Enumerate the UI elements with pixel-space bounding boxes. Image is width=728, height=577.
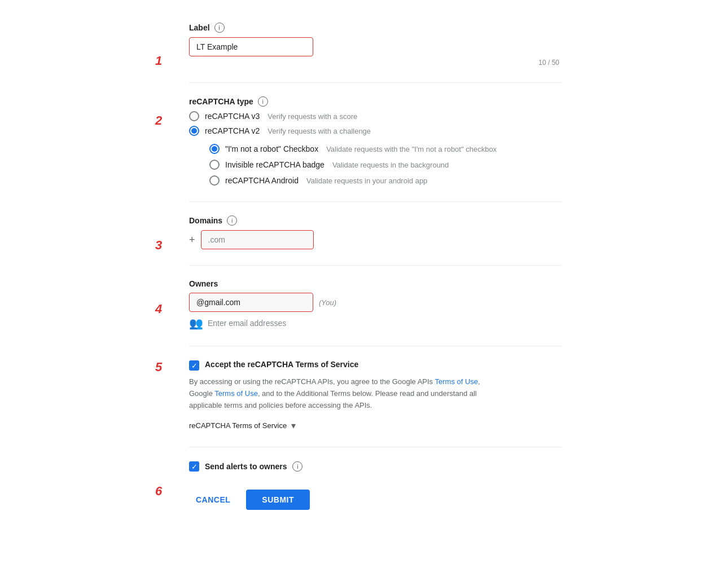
send-alerts-label: Send alerts to owners — [205, 462, 287, 471]
send-alerts-check-icon: ✓ — [191, 463, 198, 470]
radio-v2-circle — [189, 126, 199, 136]
terms-checkbox[interactable]: ✓ — [189, 360, 199, 371]
radio-v3-label: reCAPTCHA v3 — [205, 112, 260, 121]
terms-link-1[interactable]: Terms of Use — [435, 377, 479, 386]
radio-android-circle — [209, 175, 220, 186]
step-3-annotation: 3 — [155, 238, 162, 253]
radio-checkbox-desc: Validate requests with the "I'm not a ro… — [326, 145, 497, 153]
cancel-button[interactable]: CANCEL — [189, 491, 237, 509]
step-4-annotation: 4 — [155, 302, 162, 316]
add-domain-icon[interactable]: + — [189, 234, 195, 246]
domains-title: Domains — [189, 216, 222, 225]
radio-v3[interactable]: reCAPTCHA v3 Verify requests with a scor… — [189, 111, 562, 121]
add-person-icon: 👥 — [189, 316, 203, 330]
radio-checkbox[interactable]: "I'm not a robot" Checkbox Validate requ… — [209, 144, 562, 154]
step-2-annotation: 2 — [155, 113, 162, 128]
domain-input[interactable] — [201, 230, 314, 249]
add-email-placeholder[interactable]: Enter email addresses — [208, 319, 286, 328]
radio-android[interactable]: reCAPTCHA Android Validate requests in y… — [209, 175, 562, 186]
recaptcha-type-title: reCAPTCHA type — [189, 97, 253, 106]
owners-title: Owners — [189, 279, 218, 288]
step-5-annotation: 5 — [155, 360, 162, 375]
chevron-down-icon: ▾ — [291, 420, 296, 431]
domains-info-icon[interactable]: i — [227, 215, 237, 226]
send-alerts-checkbox[interactable]: ✓ — [189, 461, 199, 472]
step-6-annotation: 6 — [155, 484, 162, 499]
radio-checkbox-label: "I'm not a robot" Checkbox — [225, 144, 318, 153]
check-icon: ✓ — [191, 362, 198, 369]
recaptcha-info-icon[interactable]: i — [258, 96, 268, 107]
label-input[interactable] — [189, 37, 313, 56]
you-label: (You) — [319, 298, 336, 307]
radio-invisible[interactable]: Invisible reCAPTCHA badge Validate reque… — [209, 160, 562, 170]
radio-v3-desc: Verify requests with a score — [267, 112, 357, 121]
terms-checkbox-label: Accept the reCAPTCHA Terms of Service — [205, 360, 358, 369]
char-count: 10 / 50 — [189, 59, 562, 67]
terms-link-2[interactable]: Terms of Use — [214, 389, 258, 398]
submit-button[interactable]: SUBMIT — [246, 490, 310, 510]
owner-email-input[interactable] — [189, 293, 313, 312]
radio-android-desc: Validate requests in your android app — [306, 177, 427, 185]
label-title: Label — [189, 23, 210, 32]
radio-v2-label: reCAPTCHA v2 — [205, 126, 260, 135]
step-1-annotation: 1 — [155, 54, 162, 68]
radio-v2[interactable]: reCAPTCHA v2 Verify requests with a chal… — [189, 126, 562, 136]
label-info-icon[interactable]: i — [214, 23, 225, 33]
radio-v2-desc: Verify requests with a challenge — [267, 127, 371, 135]
radio-invisible-label: Invisible reCAPTCHA badge — [225, 160, 324, 169]
radio-android-label: reCAPTCHA Android — [225, 176, 299, 185]
radio-v3-circle — [189, 111, 199, 121]
radio-invisible-desc: Validate requests in the background — [332, 161, 449, 169]
terms-dropdown-label: reCAPTCHA Terms of Service — [189, 421, 287, 430]
send-alerts-info-icon[interactable]: i — [292, 461, 302, 472]
radio-invisible-circle — [209, 160, 220, 170]
terms-dropdown[interactable]: reCAPTCHA Terms of Service ▾ — [189, 420, 562, 431]
radio-checkbox-circle — [209, 144, 220, 154]
terms-body: By accessing or using the reCAPTCHA APIs… — [189, 376, 505, 411]
